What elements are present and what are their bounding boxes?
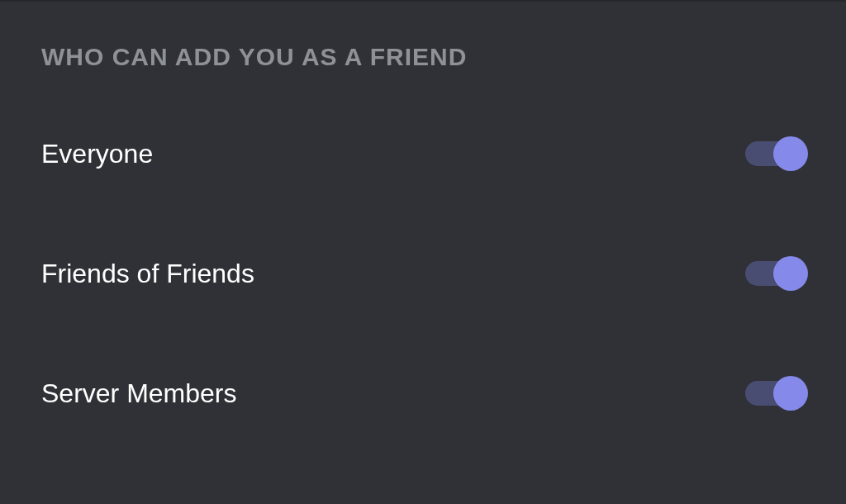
setting-label: Friends of Friends: [41, 259, 254, 289]
toggle-thumb: [773, 256, 808, 291]
setting-row-server-members: Server Members: [41, 377, 805, 410]
toggle-server-members[interactable]: [745, 377, 805, 410]
setting-row-friends-of-friends: Friends of Friends: [41, 257, 805, 290]
setting-row-everyone: Everyone: [41, 137, 805, 170]
toggle-thumb: [773, 136, 808, 171]
toggle-friends-of-friends[interactable]: [745, 257, 805, 290]
setting-label: Everyone: [41, 139, 153, 169]
toggle-thumb: [773, 376, 808, 411]
toggle-everyone[interactable]: [745, 137, 805, 170]
friend-settings-section: WHO CAN ADD YOU AS A FRIEND Everyone Fri…: [0, 2, 846, 410]
setting-label: Server Members: [41, 378, 237, 409]
section-heading: WHO CAN ADD YOU AS A FRIEND: [41, 43, 805, 71]
